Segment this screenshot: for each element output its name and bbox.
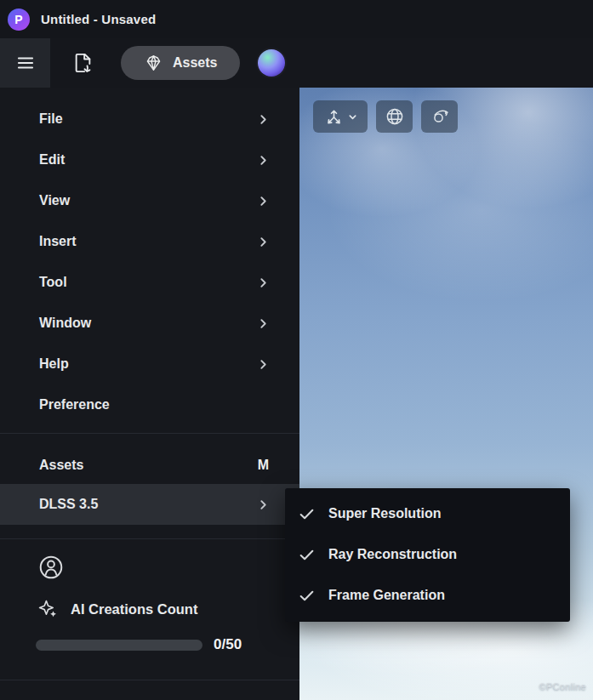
check-icon xyxy=(298,505,316,523)
menu-item-label: Edit xyxy=(39,152,65,168)
menu-item-edit[interactable]: Edit xyxy=(0,139,299,180)
menu-item-help[interactable]: Help xyxy=(0,344,299,384)
menu-item-label: DLSS 3.5 xyxy=(39,497,98,512)
chevron-right-icon xyxy=(258,318,269,329)
menu-item-label: View xyxy=(39,193,70,208)
viewport-toolbar xyxy=(313,100,458,133)
gem-icon xyxy=(144,54,163,73)
submenu-item-label: Super Resolution xyxy=(328,506,441,521)
main-menu-panel: File Edit View Insert Tool xyxy=(0,88,299,700)
menu-item-assets[interactable]: Assets M xyxy=(0,447,299,484)
chevron-down-icon xyxy=(348,112,357,122)
submenu-item-frame-generation[interactable]: Frame Generation xyxy=(285,575,570,616)
window-title: Untitled - Unsaved xyxy=(41,12,156,26)
menu-item-preference[interactable]: Preference xyxy=(0,384,299,425)
submenu-item-super-resolution[interactable]: Super Resolution xyxy=(285,493,570,534)
assets-button-label: Assets xyxy=(173,55,217,71)
menu-item-label: Preference xyxy=(39,397,110,413)
orbit-icon xyxy=(430,106,450,127)
assets-button[interactable]: Assets xyxy=(121,46,240,80)
menu-item-label: Assets xyxy=(39,458,83,473)
environment-button[interactable] xyxy=(376,100,413,133)
menu-item-label: File xyxy=(39,111,63,127)
main-toolbar: Assets xyxy=(0,38,593,88)
move-gizmo-icon xyxy=(324,107,344,127)
ai-sparkle-icon xyxy=(37,599,59,620)
menu-item-label: Help xyxy=(39,356,69,372)
hamburger-menu-button[interactable] xyxy=(0,38,50,88)
chevron-right-icon xyxy=(258,277,269,288)
chevron-right-icon xyxy=(258,236,269,248)
dlss-submenu: Super Resolution Ray Reconstruction Fram… xyxy=(285,488,570,622)
app-logo-icon: P xyxy=(8,9,30,31)
material-orb-icon[interactable] xyxy=(258,49,285,77)
ai-creations-count-label: AI Creations Count xyxy=(71,601,197,617)
divider xyxy=(0,680,299,680)
chevron-right-icon xyxy=(258,359,269,370)
usage-count-label: 0/50 xyxy=(214,636,242,653)
check-icon xyxy=(298,546,316,564)
menu-item-insert[interactable]: Insert xyxy=(0,221,299,262)
chevron-right-icon xyxy=(258,196,269,207)
chevron-right-icon xyxy=(258,114,269,125)
menu-item-label: Tool xyxy=(39,275,67,290)
hamburger-icon xyxy=(14,52,37,74)
app-window: P Untitled - Unsaved xyxy=(0,0,593,700)
title-bar: P Untitled - Unsaved xyxy=(0,0,593,38)
ai-creations-count-row: AI Creations Count xyxy=(37,599,299,620)
menu-item-label: Window xyxy=(39,316,91,331)
menu-item-label: Insert xyxy=(39,234,77,249)
menu-item-dlss[interactable]: DLSS 3.5 xyxy=(0,484,299,525)
menu-item-file[interactable]: File xyxy=(0,99,299,139)
account-avatar-button[interactable] xyxy=(37,554,65,581)
chevron-right-icon xyxy=(258,155,269,166)
watermark: ©PConline xyxy=(539,681,586,691)
menu-item-tool[interactable]: Tool xyxy=(0,262,299,303)
shortcut-key: M xyxy=(258,458,269,473)
submenu-item-label: Frame Generation xyxy=(328,588,445,603)
ai-usage-progress-row: 0/50 xyxy=(36,636,299,653)
import-file-button[interactable] xyxy=(63,43,102,83)
menu-item-window[interactable]: Window xyxy=(0,303,299,344)
file-import-icon xyxy=(71,51,94,75)
divider xyxy=(0,538,299,539)
gizmo-mode-button[interactable] xyxy=(313,100,368,133)
globe-icon xyxy=(385,106,405,127)
orbit-camera-button[interactable] xyxy=(421,100,458,133)
menu-item-view[interactable]: View xyxy=(0,180,299,221)
chevron-right-icon xyxy=(258,499,269,510)
check-icon xyxy=(298,587,316,605)
submenu-item-ray-reconstruction[interactable]: Ray Reconstruction xyxy=(285,534,570,575)
user-avatar-icon xyxy=(37,554,65,581)
divider xyxy=(0,433,299,434)
progress-bar xyxy=(36,640,202,651)
submenu-item-label: Ray Reconstruction xyxy=(328,547,457,562)
